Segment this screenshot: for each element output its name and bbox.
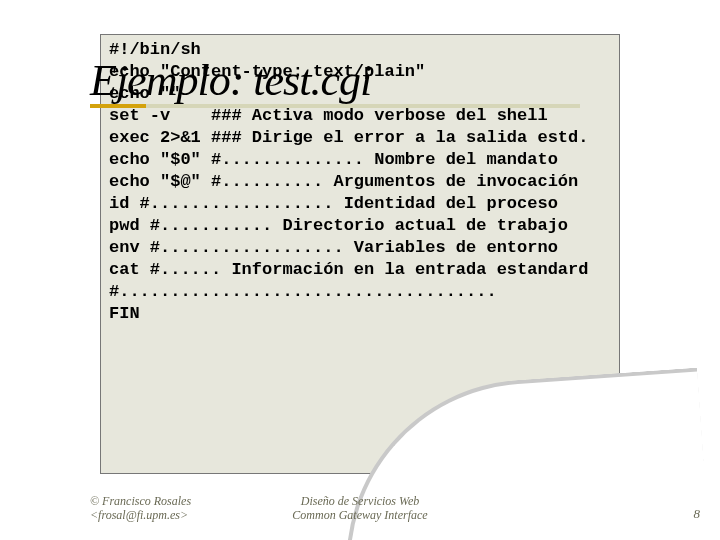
title-word-2: test <box>253 56 310 105</box>
slide-title: Ejemplo: test.cgi <box>90 55 371 106</box>
title-word-1: Ejemplo <box>90 56 230 105</box>
footer-center: Diseño de Servicios Web Common Gateway I… <box>0 494 720 522</box>
slide: #!/bin/sh echo "Content-type: text/plain… <box>0 0 720 540</box>
footer-topic-1: Diseño de Servicios Web <box>0 494 720 508</box>
title-word-3: cgi <box>320 56 371 105</box>
footer-topic-2: Common Gateway Interface <box>0 508 720 522</box>
page-number: 8 <box>694 506 701 522</box>
